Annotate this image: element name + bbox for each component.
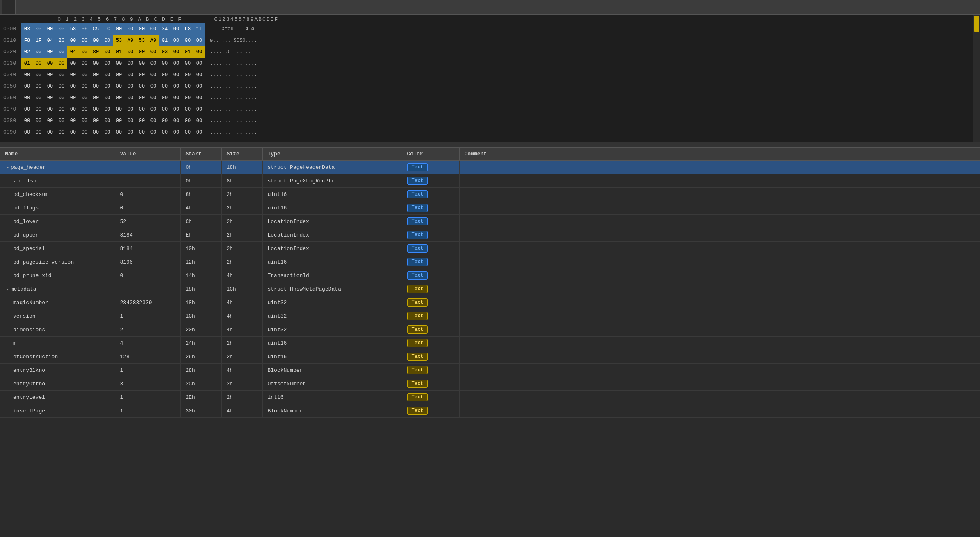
hex-byte[interactable]: 00	[79, 115, 90, 127]
hex-byte[interactable]: 00	[44, 23, 56, 35]
hex-row[interactable]: 008000000000000000000000000000000000....…	[3, 115, 977, 127]
hex-byte[interactable]: 00	[56, 46, 67, 58]
hex-byte[interactable]: A9	[125, 35, 136, 46]
hex-byte[interactable]: 00	[79, 81, 90, 92]
hex-scrollbar-thumb[interactable]	[974, 16, 979, 32]
hex-byte[interactable]: 00	[182, 69, 194, 81]
hex-row[interactable]: 002002000000040080000100000003000100....…	[3, 46, 977, 58]
hex-byte[interactable]: 00	[125, 92, 136, 104]
hex-byte[interactable]: 00	[44, 104, 56, 115]
hex-row[interactable]: 007000000000000000000000000000000000....…	[3, 104, 977, 115]
hex-byte[interactable]: 00	[159, 115, 171, 127]
hex-byte[interactable]: 00	[33, 46, 44, 58]
hex-byte[interactable]: 00	[56, 69, 67, 81]
hex-byte[interactable]: 00	[125, 104, 136, 115]
color-badge[interactable]: Text	[407, 163, 428, 171]
hex-byte[interactable]: 00	[182, 35, 194, 46]
table-row[interactable]: ▾metadata18h1Chstruct HnswMetaPageDataTe…	[0, 282, 980, 296]
table-row[interactable]: ▾page_header0h18hstruct PageHeaderDataTe…	[0, 161, 980, 174]
hex-row[interactable]: 005000000000000000000000000000000000....…	[3, 81, 977, 92]
color-badge[interactable]: Text	[407, 312, 428, 320]
hex-byte[interactable]: 03	[159, 46, 171, 58]
hex-byte[interactable]: 03	[21, 23, 33, 35]
hex-byte[interactable]: 00	[148, 69, 159, 81]
hex-byte[interactable]: 00	[113, 104, 125, 115]
hex-byte[interactable]: 00	[90, 58, 102, 69]
hex-byte[interactable]: 00	[33, 127, 44, 138]
hex-byte[interactable]: 04	[67, 46, 79, 58]
hex-byte[interactable]: 02	[21, 46, 33, 58]
hex-byte[interactable]: 00	[182, 92, 194, 104]
cell-color[interactable]: Text	[402, 269, 459, 282]
hex-byte[interactable]: 00	[90, 35, 102, 46]
hex-byte[interactable]: 00	[21, 81, 33, 92]
hex-byte[interactable]: 00	[171, 46, 182, 58]
hex-byte[interactable]: 00	[194, 81, 205, 92]
hex-byte[interactable]: 00	[171, 23, 182, 35]
hex-byte[interactable]: 00	[113, 58, 125, 69]
hex-byte[interactable]: 00	[159, 69, 171, 81]
hex-byte[interactable]: 00	[125, 69, 136, 81]
color-badge[interactable]: Text	[407, 325, 428, 334]
hex-byte[interactable]: 00	[67, 127, 79, 138]
table-row[interactable]: pd_checksum08h2huint16Text	[0, 188, 980, 201]
hex-byte[interactable]: C5	[90, 23, 102, 35]
hex-byte[interactable]: 00	[113, 23, 125, 35]
hex-byte[interactable]: 00	[33, 58, 44, 69]
hex-row[interactable]: 0000030000005866C5FC000000003400F81F....…	[3, 23, 977, 35]
file-tab[interactable]	[2, 0, 16, 14]
color-badge[interactable]: Text	[407, 271, 428, 280]
table-row[interactable]: efConstruction12826h2huint16Text	[0, 350, 980, 364]
cell-color[interactable]: Text	[402, 296, 459, 309]
hex-byte[interactable]: 00	[125, 23, 136, 35]
hex-byte[interactable]: 00	[44, 127, 56, 138]
hex-byte[interactable]: 00	[194, 127, 205, 138]
hex-byte[interactable]: 00	[79, 127, 90, 138]
table-row[interactable]: entryBlkno128h4hBlockNumberText	[0, 364, 980, 377]
hex-byte[interactable]: 00	[56, 23, 67, 35]
color-badge[interactable]: Text	[407, 380, 428, 388]
color-badge[interactable]: Text	[407, 258, 428, 266]
hex-byte[interactable]: 00	[33, 23, 44, 35]
hex-byte[interactable]: 00	[33, 115, 44, 127]
hex-byte[interactable]: 00	[171, 81, 182, 92]
cell-color[interactable]: Text	[402, 282, 459, 296]
hex-byte[interactable]: 00	[148, 81, 159, 92]
hex-byte[interactable]: 00	[102, 127, 113, 138]
hex-byte[interactable]: 00	[44, 46, 56, 58]
hex-byte[interactable]: 00	[159, 81, 171, 92]
hex-byte[interactable]: 00	[90, 104, 102, 115]
cell-color[interactable]: Text	[402, 337, 459, 350]
hex-byte[interactable]: 00	[56, 115, 67, 127]
hex-byte[interactable]: 00	[125, 115, 136, 127]
hex-byte[interactable]: 00	[21, 127, 33, 138]
color-badge[interactable]: Text	[407, 298, 428, 307]
hex-byte[interactable]: 00	[90, 81, 102, 92]
expand-arrow[interactable]: ▾	[7, 287, 9, 292]
table-row[interactable]: entryLevel12Eh2hint16Text	[0, 391, 980, 404]
cell-color[interactable]: Text	[402, 377, 459, 391]
cell-color[interactable]: Text	[402, 188, 459, 201]
hex-byte[interactable]: 00	[56, 127, 67, 138]
hex-byte[interactable]: 00	[79, 35, 90, 46]
cell-color[interactable]: Text	[402, 404, 459, 418]
table-row[interactable]: ▸pd_lsn0h8hstruct PageXLogRecPtrText	[0, 174, 980, 188]
hex-byte[interactable]: 00	[136, 58, 148, 69]
hex-byte[interactable]: 00	[136, 127, 148, 138]
hex-byte[interactable]: 00	[67, 58, 79, 69]
hex-byte[interactable]: 00	[194, 69, 205, 81]
color-badge[interactable]: Text	[407, 190, 428, 198]
hex-byte[interactable]: FC	[102, 23, 113, 35]
hex-byte[interactable]: 01	[113, 46, 125, 58]
hex-byte[interactable]: 00	[21, 115, 33, 127]
hex-byte[interactable]: 1F	[194, 23, 205, 35]
hex-byte[interactable]: 53	[136, 35, 148, 46]
hex-byte[interactable]: 00	[182, 104, 194, 115]
hex-byte[interactable]: A9	[148, 35, 159, 46]
hex-byte[interactable]: 00	[79, 46, 90, 58]
hex-byte[interactable]: 00	[159, 127, 171, 138]
cell-color[interactable]: Text	[402, 201, 459, 215]
hex-byte[interactable]: 00	[136, 69, 148, 81]
hex-byte[interactable]: 00	[102, 115, 113, 127]
hex-byte[interactable]: 00	[102, 92, 113, 104]
